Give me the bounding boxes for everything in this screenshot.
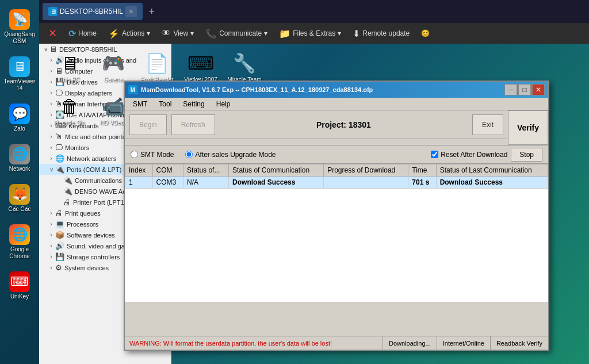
taskbar: 🖥 DESKTOP-8BR5HIL × + xyxy=(39,0,589,23)
dl-table-container: Index COM Status of... Status of Communi… xyxy=(125,164,548,302)
col-last-status: Status of Last Communication xyxy=(436,164,548,177)
desktop-icon-recycle[interactable]: 🗑 Recycle Bin xyxy=(49,92,90,128)
dl-verify-button[interactable]: Verify xyxy=(508,110,548,145)
col-status: Status of... xyxy=(183,164,229,177)
sidebar-icon-zalo[interactable]: 💬 Zalo xyxy=(2,100,37,136)
dl-minimize-button[interactable]: ─ xyxy=(504,84,517,95)
tree-processors-label: Processors xyxy=(67,221,98,228)
taskbar-tab-label: DESKTOP-8BR5HIL xyxy=(60,7,123,16)
dl-project-label: Project: 18301 xyxy=(220,120,468,129)
quangsang-label: QuangSang GSM xyxy=(4,31,35,45)
dl-radio-row: SMT Mode After-sales Upgrade Mode Reset … xyxy=(125,145,548,164)
sidebar-icon-quangsang[interactable]: 📡 QuangSang GSM xyxy=(2,6,37,48)
tree-software-arrow: › xyxy=(47,232,55,238)
desktop-icon-thispc[interactable]: 🖥 This PC xyxy=(49,49,90,93)
dl-table: Index COM Status of... Status of Communi… xyxy=(125,164,548,189)
tree-netadapters-arrow: › xyxy=(47,155,55,162)
actions-arrow-icon: ▾ xyxy=(147,29,150,37)
dl-maximize-button[interactable]: □ xyxy=(518,84,531,95)
tree-storage-icon: 💾 xyxy=(55,252,64,261)
toolbar-actions-button[interactable]: ⚡ Actions ▾ xyxy=(104,25,155,41)
network-label: Network xyxy=(9,166,30,173)
sidebar-icon-teamviewer[interactable]: 🖥 TeamViewer 14 xyxy=(2,53,37,95)
teamviewer-icon: 🖥 xyxy=(9,56,30,77)
row-last-status: Download Success xyxy=(436,177,548,189)
tree-ports-arrow: ∨ xyxy=(47,166,55,173)
row-comm-status: Download Success xyxy=(229,177,324,189)
main-toolbar: ✕ ⟳ Home ⚡ Actions ▾ 👁 View ▾ 📞 Communic… xyxy=(39,23,589,44)
garena-icon: 🎮 xyxy=(101,51,126,76)
tree-processors-arrow: › xyxy=(47,221,55,227)
communicate-arrow-icon: ▾ xyxy=(264,29,267,37)
dl-upgrade-radio-label[interactable]: After-sales Upgrade Mode xyxy=(185,151,276,159)
col-time: Time xyxy=(408,164,436,177)
network-icon: 🌐 xyxy=(9,144,30,164)
col-com: COM xyxy=(152,164,183,177)
sidebar-icon-unikey[interactable]: ⌨ UniKey xyxy=(2,268,37,304)
tree-sound-arrow: › xyxy=(47,243,55,249)
hdvdeck-icon: 📹 xyxy=(101,94,126,119)
hdvdeck-label: HD VDeck xyxy=(100,119,127,127)
dl-reset-checkbox[interactable] xyxy=(431,151,438,158)
dl-refresh-button[interactable]: Refresh xyxy=(171,114,215,135)
tree-monitors-icon: 🖵 xyxy=(55,143,63,152)
dl-close-button[interactable]: ✕ xyxy=(532,84,545,95)
tree-monitors-label: Monitors xyxy=(65,144,89,151)
toolbar-emoji-button[interactable]: 😊 xyxy=(416,25,434,41)
toolbar-view-button[interactable]: 👁 View ▾ xyxy=(157,25,198,41)
tree-mice-icon: 🖱 xyxy=(55,132,63,141)
dl-readback-status: Readback Verify xyxy=(490,336,548,350)
row-com: COM3 xyxy=(152,177,183,189)
tree-printer-icon: 🖨 xyxy=(63,198,71,206)
row-index: 1 xyxy=(125,177,153,189)
dl-menubar: SMT Tool Setting Help xyxy=(125,98,548,110)
tree-software-icon: 📦 xyxy=(55,231,64,239)
garena-label: Garena xyxy=(104,76,123,83)
chrome-label: Google Chrome xyxy=(5,246,35,260)
tree-netadapters-label: Network adapters xyxy=(67,155,116,162)
dl-downloading-status: Downloading... xyxy=(383,336,437,350)
dl-exit-button[interactable]: Exit xyxy=(472,114,503,135)
tree-monitors-arrow: › xyxy=(47,144,55,151)
dl-begin-button[interactable]: Begin xyxy=(129,114,167,135)
sidebar-icon-network[interactable]: 🌐 Network xyxy=(2,140,37,176)
dl-menu-tool[interactable]: Tool xyxy=(153,99,177,109)
toolbar-close-button[interactable]: ✕ xyxy=(44,25,62,41)
toolbar-home-button[interactable]: ⟳ Home xyxy=(64,25,101,41)
dl-menu-smt[interactable]: SMT xyxy=(127,99,153,109)
dl-reset-check-label[interactable]: Reset After Download xyxy=(431,151,507,159)
tree-denso-icon: 🔌 xyxy=(63,187,72,196)
dl-statusbar: WARNING: Will format the userdata partit… xyxy=(125,336,548,350)
tree-mice-arrow: › xyxy=(47,133,55,140)
dl-status-right: Downloading... Internet/Online Readback … xyxy=(383,336,548,350)
tree-printer-label: Printer Port (LPT1) xyxy=(73,199,126,206)
tree-netadapters-icon: 🌐 xyxy=(55,154,64,163)
taskbar-add-tab[interactable]: + xyxy=(145,5,159,18)
dl-smt-radio-label[interactable]: SMT Mode xyxy=(131,151,174,159)
toolbar-files-button[interactable]: 📁 Files & Extras ▾ xyxy=(274,25,346,41)
thispc-label: This PC xyxy=(59,76,80,83)
dl-toolbar-area: Begin Refresh Project: 18301 Exit Verify xyxy=(125,110,548,145)
files-arrow-icon: ▾ xyxy=(338,29,341,37)
toolbar-remote-button[interactable]: ⬇ Remote update xyxy=(348,25,414,41)
table-row[interactable]: 1 COM3 N/A Download Success 701 s Downlo… xyxy=(125,177,548,189)
actions-icon: ⚡ xyxy=(108,28,120,39)
toolbar-communicate-button[interactable]: 📞 Communicate ▾ xyxy=(201,25,272,41)
tree-printq-arrow: › xyxy=(47,210,55,216)
dl-upgrade-label: After-sales Upgrade Mode xyxy=(195,151,276,159)
dl-stop-button[interactable]: Stop xyxy=(511,148,542,162)
sidebar-icon-cococ[interactable]: 🦊 Cốc Cốc xyxy=(2,181,37,216)
dl-menu-help[interactable]: Help xyxy=(211,99,236,109)
col-index: Index xyxy=(125,164,153,177)
communicate-label: Communicate xyxy=(219,29,262,37)
dl-smt-radio[interactable] xyxy=(131,151,138,158)
dl-upgrade-radio[interactable] xyxy=(185,151,193,158)
quangsang-icon: 📡 xyxy=(9,9,30,30)
sidebar-icon-chrome[interactable]: 🌐 Google Chrome xyxy=(2,221,37,263)
taskbar-tab-close[interactable]: × xyxy=(125,6,137,17)
taskbar-tab-desktop[interactable]: 🖥 DESKTOP-8BR5HIL × xyxy=(43,3,143,20)
unikey-label: UniKey xyxy=(10,293,29,300)
dl-menu-setting[interactable]: Setting xyxy=(177,99,210,109)
unikey-icon: ⌨ xyxy=(9,271,30,292)
row-progress xyxy=(324,177,408,189)
